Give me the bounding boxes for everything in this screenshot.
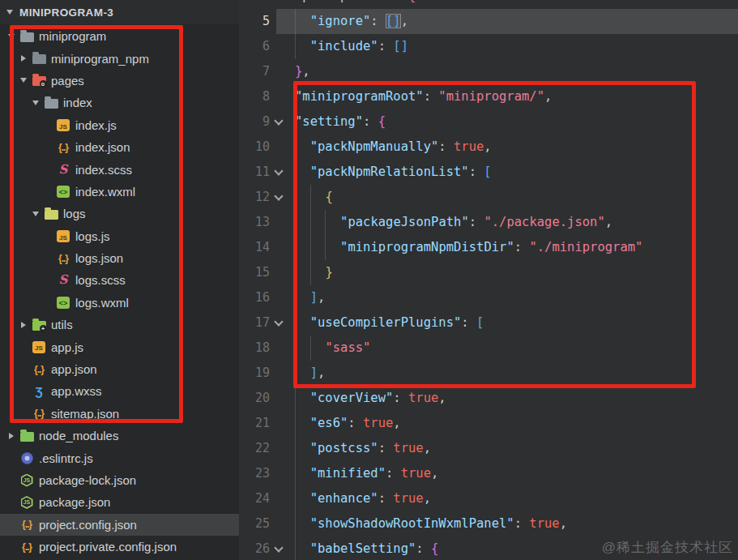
tree-item-label: logs.scss <box>75 273 126 287</box>
chevron-down-icon[interactable] <box>17 78 30 83</box>
code-line-8[interactable]: 8"miniprogramRoot": "miniprogram/", <box>239 84 738 109</box>
tree-item-app.wxss[interactable]: Ʒapp.wxss <box>0 380 239 402</box>
indent-guide <box>295 511 296 536</box>
code-line-6[interactable]: 6"include": [] <box>239 34 738 59</box>
indent-guide <box>295 210 296 235</box>
code-line-11[interactable]: 11"packNpmRelationList": [ <box>239 160 738 185</box>
code-editor[interactable]: 4"packOptions": {5"ignore": [],6"include… <box>239 0 738 560</box>
indent-guide <box>295 461 296 486</box>
fold-arrow-icon[interactable] <box>274 116 283 125</box>
line-number: 15 <box>239 260 270 285</box>
tree-item-index.js[interactable]: JSindex.js <box>0 114 239 136</box>
fold-arrow-icon[interactable] <box>274 317 283 326</box>
code-text: "include": [] <box>310 34 408 59</box>
tree-item-label: project.private.config.json <box>39 540 177 554</box>
chevron-right-icon[interactable] <box>17 55 30 62</box>
code-line-7[interactable]: 7}, <box>239 59 738 84</box>
line-number: 6 <box>239 34 270 59</box>
tree-item-app.js[interactable]: JSapp.js <box>0 336 239 357</box>
javascript-file-icon: JS <box>32 341 45 353</box>
tree-item-label: miniprogram_npm <box>51 52 149 66</box>
code-line-13[interactable]: 13"packageJsonPath": "./package.json", <box>239 210 738 235</box>
line-number: 8 <box>239 84 270 109</box>
tree-item-logs[interactable]: logs <box>0 203 239 224</box>
code-line-14[interactable]: 14"miniprogramNpmDistDir": "./miniprogra… <box>239 235 738 260</box>
code-text: "useCompilerPlugins": [ <box>310 310 484 336</box>
folder-icon: o <box>32 76 46 86</box>
explorer-section-header[interactable]: MINIPROGRAM-3 <box>0 0 239 24</box>
code-line-20[interactable]: 20"coverView": true, <box>239 386 738 411</box>
fold-arrow-icon[interactable] <box>274 166 283 175</box>
npm-package-icon: JS <box>21 474 33 487</box>
chevron-down-icon <box>6 10 13 15</box>
tree-item-logs.json[interactable]: {..}logs.json <box>0 247 239 269</box>
json-file-icon: {..} <box>22 542 32 552</box>
chevron-right-icon[interactable] <box>5 433 18 439</box>
code-line-24[interactable]: 24"enhance": true, <box>239 486 738 511</box>
indent-guide <box>310 185 311 210</box>
tree-item-utils[interactable]: +utils <box>0 314 239 336</box>
tree-item-label: logs.wxml <box>75 296 129 310</box>
line-number: 12 <box>239 185 270 210</box>
tree-item-label: utils <box>51 318 73 331</box>
tree-item-miniprogram[interactable]: miniprogram <box>0 25 239 47</box>
code-text: "postcss": true, <box>310 436 431 461</box>
tree-item-miniprogram_npm[interactable]: miniprogram_npm <box>0 47 239 69</box>
code-line-4[interactable]: 4"packOptions": { <box>239 0 738 9</box>
code-line-19[interactable]: 19], <box>239 361 738 386</box>
code-text: } <box>325 260 332 285</box>
code-line-18[interactable]: 18"sass" <box>239 336 738 361</box>
code-line-16[interactable]: 16], <box>239 285 738 310</box>
line-number: 20 <box>239 386 270 411</box>
tree-item-project.config.json[interactable]: {..}project.config.json <box>0 514 239 536</box>
code-line-22[interactable]: 22"postcss": true, <box>239 436 738 461</box>
fold-arrow-icon[interactable] <box>274 543 283 552</box>
tree-item-node_modules[interactable]: node_modules <box>0 425 239 447</box>
tree-item-label: project.config.json <box>39 518 137 532</box>
chevron-down-icon[interactable] <box>5 34 18 39</box>
tree-item-logs.scss[interactable]: Slogs.scss <box>0 269 239 291</box>
indent-guide <box>310 260 311 285</box>
line-number: 5 <box>239 9 270 34</box>
code-text: }, <box>295 59 310 84</box>
code-text: "packageJsonPath": "./package.json", <box>340 210 612 235</box>
code-line-15[interactable]: 15} <box>239 260 738 285</box>
indent-guide <box>295 260 296 285</box>
tree-item-.eslintrc.js[interactable]: .eslintrc.js <box>0 447 239 468</box>
chevron-right-icon[interactable] <box>17 322 30 328</box>
folder-icon <box>20 432 34 442</box>
tree-item-label: app.json <box>51 362 97 376</box>
tree-item-logs.wxml[interactable]: <>logs.wxml <box>0 292 239 314</box>
tree-item-sitemap.json[interactable]: {..}sitemap.json <box>0 403 239 425</box>
tree-item-pages[interactable]: opages <box>0 70 239 92</box>
code-line-25[interactable]: 25"showShadowRootInWxmlPanel": true, <box>239 511 738 536</box>
tree-item-project.private.config.json[interactable]: {..}project.private.config.json <box>0 536 239 558</box>
code-line-9[interactable]: 9"setting": { <box>239 109 738 135</box>
chevron-down-icon[interactable] <box>29 100 42 105</box>
line-number: 11 <box>239 160 270 185</box>
tree-item-app.json[interactable]: {..}app.json <box>0 358 239 380</box>
indent-guide <box>295 34 296 59</box>
fold-arrow-icon[interactable] <box>274 191 283 200</box>
tree-item-index.scss[interactable]: Sindex.scss <box>0 158 239 180</box>
code-line-10[interactable]: 10"packNpmManually": true, <box>239 135 738 160</box>
code-line-23[interactable]: 23"minified": true, <box>239 461 738 486</box>
code-text: "miniprogramRoot": "miniprogram/", <box>295 84 552 109</box>
line-number: 25 <box>239 511 270 536</box>
tree-item-index.json[interactable]: {..}index.json <box>0 136 239 158</box>
code-text: "miniprogramNpmDistDir": "./miniprogram" <box>340 235 642 260</box>
tree-item-package.json[interactable]: JSpackage.json <box>0 491 239 513</box>
indent-guide <box>310 235 311 260</box>
chevron-down-icon[interactable] <box>29 212 42 216</box>
tree-item-index.wxml[interactable]: <>index.wxml <box>0 181 239 203</box>
code-line-12[interactable]: 12{ <box>239 185 738 210</box>
indent-guide <box>295 235 296 260</box>
explorer-sidebar: MINIPROGRAM-3 miniprogramminiprogram_npm… <box>0 0 239 560</box>
tree-item-label: logs.js <box>75 229 110 243</box>
tree-item-package-lock.json[interactable]: JSpackage-lock.json <box>0 469 239 491</box>
tree-item-logs.js[interactable]: JSlogs.js <box>0 225 239 247</box>
code-line-21[interactable]: 21"es6": true, <box>239 411 738 436</box>
tree-item-index[interactable]: index <box>0 92 239 113</box>
code-line-17[interactable]: 17"useCompilerPlugins": [ <box>239 310 738 336</box>
code-line-5[interactable]: 5"ignore": [], <box>239 9 738 34</box>
